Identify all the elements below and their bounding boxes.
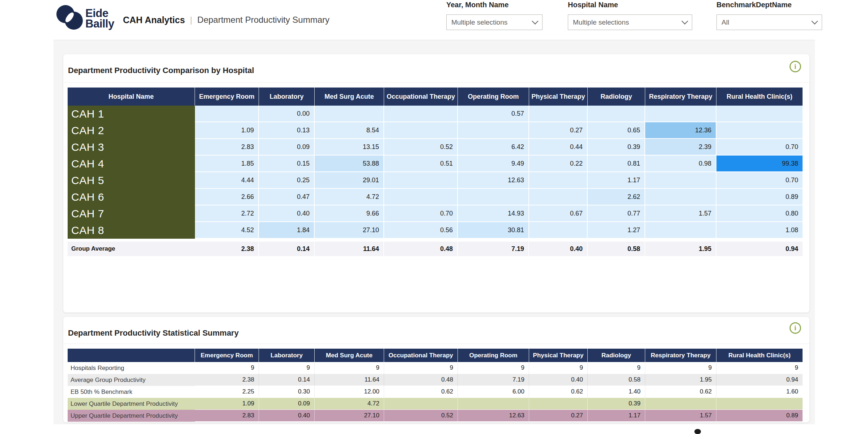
table-cell: 6.42 [458, 139, 529, 156]
comparison-section-title: Department Productivity Comparison by Ho… [68, 66, 254, 75]
table-cell: 1.57 [645, 205, 716, 222]
table-cell: 0.52 [384, 139, 458, 156]
year-month-filter-label: Year, Month Name [446, 1, 509, 9]
cursor-artifact [694, 429, 701, 434]
table-cell [458, 398, 529, 410]
table-cell: 0.62 [645, 386, 716, 398]
chevron-down-icon [681, 18, 688, 24]
table-cell: 0.15 [259, 156, 315, 172]
table-cell: 29.01 [315, 172, 384, 189]
table-row: CAH 62.660.474.722.620.89 [68, 189, 803, 205]
table-cell: 12.63 [458, 172, 529, 189]
summary-body: Hospitals Reporting999999999Average Grou… [68, 362, 803, 422]
table-cell: 14.93 [458, 205, 529, 222]
table-cell: 0.62 [529, 386, 588, 398]
table-cell: 0.65 [588, 122, 645, 139]
table-cell: 0.52 [384, 410, 458, 422]
table-cell [458, 189, 529, 205]
table-cell: 2.66 [195, 189, 259, 205]
column-header: Occupational Therapy [384, 349, 458, 362]
column-header: Respiratory Therapy [645, 349, 716, 362]
column-header: Respiratory Therapy [645, 88, 716, 106]
table-cell: 4.72 [315, 398, 384, 410]
table-cell: 0.27 [529, 122, 588, 139]
page-title: Department Productivity Summary [197, 15, 329, 25]
logo-wordmark: Eide Bailly [85, 8, 114, 29]
column-header: Physical Therapy [529, 349, 588, 362]
group-average-cell: 0.40 [529, 242, 588, 256]
table-cell [529, 222, 588, 239]
info-icon[interactable]: i [790, 322, 801, 334]
table-cell: 1.85 [195, 156, 259, 172]
chevron-down-icon [811, 18, 818, 24]
table-cell [716, 398, 803, 410]
hospital-filter-label: Hospital Name [568, 1, 618, 9]
column-header: Laboratory [259, 88, 315, 106]
table-cell: 0.51 [384, 156, 458, 172]
table-cell [645, 398, 716, 410]
row-header: CAH 2 [68, 122, 195, 139]
table-cell: 0.39 [588, 139, 645, 156]
table-cell: 0.22 [529, 156, 588, 172]
table-cell: 11.64 [315, 374, 384, 386]
row-header: EB 50th % Benchmark [68, 386, 195, 398]
table-cell: 1.95 [645, 374, 716, 386]
table-row: EB 50th % Benchmark2.250.3012.000.626.00… [68, 386, 803, 398]
column-header: Radiology [588, 349, 645, 362]
comparison-body: CAH 10.000.57CAH 21.090.138.540.270.6512… [68, 106, 803, 239]
table-cell: 0.44 [529, 139, 588, 156]
table-cell [195, 106, 259, 122]
row-header: CAH 4 [68, 156, 195, 172]
row-header: Hospitals Reporting [68, 362, 195, 374]
summary-table: Emergency RoomLaboratoryMed Surg AcuteOc… [68, 349, 803, 422]
table-cell: 0.25 [259, 172, 315, 189]
table-cell: 4.72 [315, 189, 384, 205]
hospital-filter-dropdown[interactable]: Multiple selections [568, 14, 692, 30]
column-header [68, 349, 195, 362]
table-cell: 1.09 [195, 122, 259, 139]
table-cell: 6.00 [458, 386, 529, 398]
table-cell: 12.00 [315, 386, 384, 398]
card-divider [63, 82, 809, 82]
column-header: Emergency Room [195, 349, 259, 362]
table-cell: 0.57 [458, 106, 529, 122]
table-cell: 9 [588, 362, 645, 374]
table-cell: 0.40 [529, 374, 588, 386]
table-row: CAH 10.000.57 [68, 106, 803, 122]
table-cell: 1.08 [716, 222, 803, 239]
row-header: CAH 1 [68, 106, 195, 122]
row-header: CAH 7 [68, 205, 195, 222]
row-header: Upper Quartile Department Productivity [68, 410, 195, 422]
table-cell [384, 122, 458, 139]
summary-header-row: Emergency RoomLaboratoryMed Surg AcuteOc… [68, 349, 803, 362]
table-cell: 1.27 [588, 222, 645, 239]
table-cell: 1.57 [645, 410, 716, 422]
table-cell: 27.10 [315, 410, 384, 422]
table-cell: 0.98 [645, 156, 716, 172]
group-average-cell: 0.58 [588, 242, 645, 256]
table-cell: 2.25 [195, 386, 259, 398]
logo-line-2: Bailly [85, 19, 114, 29]
table-cell [384, 106, 458, 122]
table-row: CAH 72.720.409.660.7014.930.670.771.570.… [68, 205, 803, 222]
table-cell [384, 172, 458, 189]
card-divider [63, 344, 809, 344]
table-row: Average Group Productivity2.380.1411.640… [68, 374, 803, 386]
info-icon[interactable]: i [790, 61, 801, 72]
table-cell: 1.17 [588, 410, 645, 422]
column-header: Hospital Name [68, 88, 195, 106]
table-cell: 0.09 [259, 398, 315, 410]
table-cell: 0.47 [259, 189, 315, 205]
table-cell: 12.36 [645, 122, 716, 139]
table-cell: 2.39 [645, 139, 716, 156]
table-cell: 0.48 [384, 374, 458, 386]
row-header: CAH 8 [68, 222, 195, 239]
benchmark-filter-dropdown[interactable]: All [716, 14, 822, 30]
table-cell: 27.10 [315, 222, 384, 239]
year-month-filter-dropdown[interactable]: Multiple selections [446, 14, 542, 30]
column-header: Operating Room [458, 349, 529, 362]
table-row: CAH 21.090.138.540.270.6512.36 [68, 122, 803, 139]
chevron-down-icon [532, 18, 538, 24]
table-cell: 53.88 [315, 156, 384, 172]
table-row: CAH 84.521.8427.100.5630.811.271.08 [68, 222, 803, 239]
